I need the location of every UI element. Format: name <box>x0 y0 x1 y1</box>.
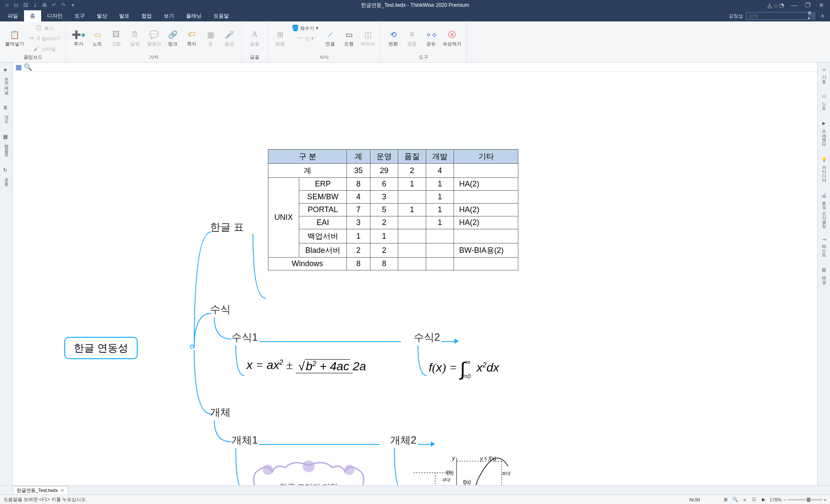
note-button[interactable]: ▭노트 <box>88 23 106 53</box>
undo-icon[interactable]: ↶ <box>51 2 57 9</box>
view-zoomfit-icon[interactable]: 🔍 <box>732 496 739 503</box>
sidebar-item-idea[interactable]: 💡아이디어 <box>821 156 827 180</box>
node-formula1[interactable]: 수식1 <box>232 330 258 344</box>
redo-icon[interactable]: ↷ <box>60 2 67 9</box>
sidebar-item-compat[interactable]: ↻호환 <box>3 167 10 183</box>
graph-label: f(α) <box>463 479 471 485</box>
arrow-icon <box>454 339 459 344</box>
table-button[interactable]: ▦표 <box>201 23 220 53</box>
remove-attr-button[interactable]: ⓧ속성제거 <box>441 23 463 53</box>
cut-button[interactable]: ✂X 잘라내기 <box>27 33 62 43</box>
copy-button[interactable]: ⿻복사 <box>27 23 62 33</box>
saveas-icon[interactable]: ⤓ <box>32 2 39 9</box>
remove-icon: ⓧ <box>447 30 457 40</box>
minimize-icon[interactable]: — <box>790 2 798 9</box>
sidebar-item-analysis[interactable]: 🔬분석·순서결정 <box>821 192 827 225</box>
table-row: 백업서버11 <box>268 229 518 243</box>
node-root[interactable]: 한글 연동성 <box>64 337 138 359</box>
zoom-in-button[interactable]: + <box>824 497 827 502</box>
tag-icon: 🏷 <box>186 30 197 40</box>
view-present-icon[interactable]: ▶ <box>760 496 767 503</box>
node-formula2[interactable]: 수식2 <box>414 330 440 344</box>
open-icon[interactable]: 🗁 <box>13 2 20 9</box>
tab-present[interactable]: 발표 <box>113 10 135 21</box>
index-button[interactable]: 🏷쪽지 <box>183 23 201 53</box>
share-button[interactable]: ⚬⟡공유 <box>422 23 440 53</box>
status-bar: 도움말을 보려면 <F1> 키를 누르십시오. NUM ⊞ 🔍 ≡ ☷ ▶ 17… <box>0 495 830 504</box>
node-object2[interactable]: 개체2 <box>390 433 416 447</box>
title-bar: ⎋ 🗁 🖫 ⤓ 🖶 ↶ ↷ ▾ 한글연동_Test.twdx - ThinkWi… <box>0 0 830 10</box>
print-icon[interactable]: 🖶 <box>41 2 48 9</box>
add-button[interactable]: ➕●추가 <box>69 23 87 53</box>
graph-label: f(b) <box>446 470 454 476</box>
tab-home[interactable]: 홈 <box>24 10 41 21</box>
sidebar-item-note[interactable]: ▭노트 <box>821 94 827 108</box>
tab-idea[interactable]: 발상 <box>91 10 113 21</box>
link-button[interactable]: 🔗링크 <box>164 23 182 53</box>
close-icon[interactable]: ✕ <box>817 2 826 9</box>
connector <box>212 418 234 444</box>
view-gantt-icon[interactable]: ☷ <box>751 496 758 503</box>
connector <box>251 232 268 300</box>
data-table[interactable]: 구 분 계 운영 품질 개발 기타 계 35 29 2 4 <box>268 149 518 270</box>
search-button[interactable]: 🔍▾ <box>808 12 815 20</box>
sidebar-item-outline[interactable]: 🗎개요 <box>3 105 10 121</box>
table-row: PORTAL7511HA(2) <box>268 204 518 216</box>
schedule-button[interactable]: 🗓일정 <box>126 23 144 53</box>
new-icon[interactable]: ⎋ <box>3 2 10 9</box>
image-button[interactable]: 🖼그림 <box>107 23 125 53</box>
paste-button[interactable]: 📋붙여넣기 <box>3 23 26 53</box>
fill-button[interactable]: 🪣채우기▾ <box>290 23 320 33</box>
tab-collab[interactable]: 협업 <box>135 10 158 21</box>
tab-design[interactable]: 디자인 <box>41 10 69 21</box>
brush-icon: 🖌 <box>33 45 40 52</box>
view-map-icon[interactable]: ⊞ <box>722 496 729 503</box>
node-formula[interactable]: 수식 <box>210 303 231 316</box>
graph-label: 최대 <box>502 471 510 477</box>
sidebar-item-template[interactable]: ▦템플표 <box>3 134 10 154</box>
zoom-out-button[interactable]: − <box>783 497 786 502</box>
speech-button[interactable]: 💬말풍선 <box>145 23 163 53</box>
arrow-icon <box>431 441 435 447</box>
line-button[interactable]: 〰선▾ <box>290 33 320 43</box>
close-icon[interactable]: ✕ <box>60 488 64 493</box>
formula1[interactable]: x = ax2 ± √b2 + 4ac2a <box>247 358 366 373</box>
node-object1[interactable]: 개체1 <box>232 433 258 447</box>
formula2[interactable]: f(x) = ∫∞x=0 x2dx <box>429 358 499 380</box>
style-button[interactable]: 🖌스타일 <box>27 44 62 53</box>
direction-button[interactable]: ⊞방향 <box>271 23 289 53</box>
voice-button[interactable]: 🎤음성 <box>220 23 238 53</box>
node-object[interactable]: 개체 <box>210 405 231 419</box>
zoom-slider[interactable] <box>788 499 822 501</box>
border-button[interactable]: ◫태두리 <box>359 23 377 53</box>
tab-planning[interactable]: 플래닝 <box>180 10 208 21</box>
sidebar-item-auxpanel[interactable]: ★보조패널 <box>3 67 10 92</box>
view-outline-icon[interactable]: ≡ <box>741 496 748 503</box>
canvas[interactable]: ▦ 🔍 한글 연동성 한글 표 구 분 계 운영 품질 개발 기타 <box>13 63 817 485</box>
doc-tab[interactable]: 한글연동_Test.twdx ✕ <box>13 486 68 495</box>
font-button[interactable]: A글꼴 <box>246 23 264 53</box>
connect-button[interactable]: ⟋연결 <box>321 23 339 53</box>
sidebar-item-presenter[interactable]: ▶프레젠터 <box>821 121 827 144</box>
graph-sketch[interactable]: y = f(x) f(b) 극대 f(α) 최대 a O α β b x y f… <box>409 453 521 485</box>
convert-button[interactable]: ⟲변환 <box>384 23 402 53</box>
presenter-icon: ▶ <box>821 121 826 126</box>
smile-icon: ☺ <box>821 67 826 72</box>
qat-dropdown-icon[interactable]: ▾ <box>69 2 76 9</box>
align-button[interactable]: ≡맞춤 <box>403 23 421 53</box>
ribbon-collapse-icon[interactable]: ʌ <box>818 13 827 19</box>
shape-button[interactable]: ▭도형 <box>340 23 358 53</box>
sidebar-item-bg[interactable]: ▨배경 <box>821 267 827 282</box>
tab-view[interactable]: 보기 <box>158 10 180 21</box>
speech-icon: 💬 <box>149 30 159 40</box>
tab-file[interactable]: 파일 <box>2 10 24 21</box>
maximize-icon[interactable]: ❐ <box>803 2 812 9</box>
decoration-frame[interactable]: 한글 그리기 마당 <box>247 457 371 485</box>
search-input[interactable] <box>747 13 808 18</box>
tab-tool[interactable]: 도구 <box>69 10 91 21</box>
sidebar-item-symbol[interactable]: ☺기호 <box>821 67 827 81</box>
tab-help[interactable]: 도움말 <box>208 10 235 21</box>
save-icon[interactable]: 🖫 <box>22 2 29 9</box>
sidebar-item-text[interactable]: T텍스트 <box>821 238 827 255</box>
connector <box>234 446 247 485</box>
